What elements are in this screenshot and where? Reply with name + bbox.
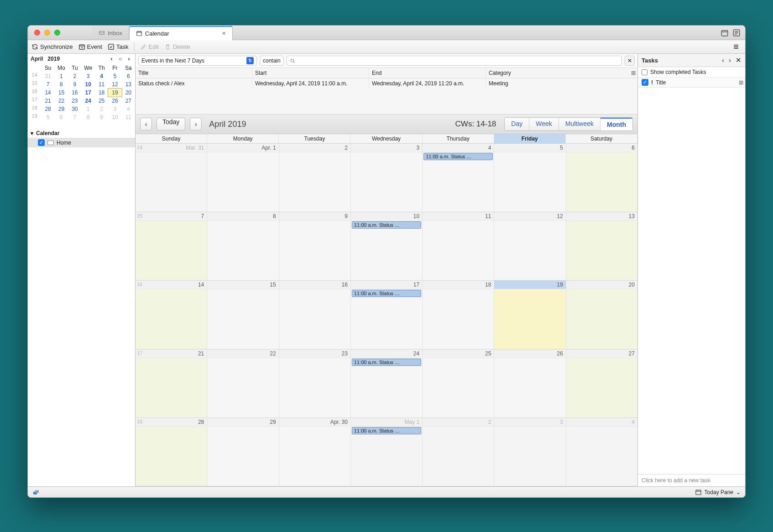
mini-prev-icon[interactable]: ‹: [108, 56, 115, 62]
mini-day[interactable]: 5: [108, 72, 121, 80]
day-cell[interactable]: 23: [279, 349, 351, 417]
day-cell[interactable]: 13: [566, 212, 637, 280]
mini-day[interactable]: 6: [55, 113, 68, 121]
mini-day[interactable]: 23: [68, 97, 81, 105]
day-cell[interactable]: 2411:00 a.m. Status …: [351, 349, 423, 417]
clear-filter-button[interactable]: ✕: [625, 56, 635, 66]
tab-inbox[interactable]: Inbox: [92, 26, 129, 40]
tasks-next-icon[interactable]: ›: [729, 56, 731, 64]
month-grid[interactable]: 14Mar. 31Apr. 123411:00 a.m. Status …561…: [136, 144, 637, 486]
day-cell[interactable]: 20: [566, 281, 637, 349]
mini-day[interactable]: 9: [95, 113, 108, 121]
zoom-window-button[interactable]: [54, 30, 60, 36]
mini-day[interactable]: 8: [55, 80, 68, 89]
day-cell[interactable]: 15: [207, 281, 279, 349]
day-cell[interactable]: Apr. 1: [207, 144, 279, 212]
mini-day[interactable]: 8: [82, 113, 95, 121]
mini-day[interactable]: 2: [68, 72, 81, 80]
column-picker-icon[interactable]: ▥: [631, 70, 636, 76]
mini-day[interactable]: 20: [122, 89, 135, 97]
day-cell[interactable]: 26: [494, 349, 566, 417]
edit-button[interactable]: Edit: [140, 43, 159, 50]
day-cell[interactable]: 6: [566, 144, 637, 212]
mini-day[interactable]: 11: [122, 113, 135, 121]
day-cell[interactable]: 16: [279, 281, 351, 349]
mini-day[interactable]: 5: [41, 113, 54, 121]
calendar-tree-header[interactable]: ▾ Calendar: [28, 129, 135, 138]
today-button[interactable]: Today: [157, 118, 185, 130]
mini-day[interactable]: 26: [108, 97, 121, 105]
today-pane-chevron-icon[interactable]: ⌄: [736, 489, 741, 495]
scope-select[interactable]: Events in the Next 7 Days ⇅: [138, 56, 257, 66]
tab-calendar[interactable]: Calendar ×: [129, 26, 233, 40]
show-completed-row[interactable]: Show completed Tasks: [638, 67, 745, 78]
event-chip[interactable]: 11:00 a.m. Status …: [352, 290, 421, 297]
mini-day[interactable]: 19: [108, 89, 121, 97]
view-day[interactable]: Day: [505, 118, 529, 130]
mini-day[interactable]: 15: [55, 89, 68, 97]
mini-day[interactable]: 21: [41, 97, 54, 105]
event-chip[interactable]: 11:00 a.m. Status …: [423, 153, 493, 160]
mini-day[interactable]: 31: [41, 72, 54, 80]
mini-day[interactable]: 18: [95, 89, 108, 97]
task-col-done-icon[interactable]: ✓: [642, 79, 648, 86]
mini-day[interactable]: 3: [82, 72, 95, 80]
event-chip[interactable]: 11:00 a.m. Status …: [352, 427, 421, 434]
event-chip[interactable]: 11:00 a.m. Status …: [352, 359, 421, 366]
mini-day[interactable]: 10: [82, 80, 95, 89]
mini-today-icon[interactable]: ○: [117, 56, 124, 62]
day-cell[interactable]: 29: [207, 418, 279, 486]
day-cell[interactable]: 2: [279, 144, 351, 212]
day-cell[interactable]: 14Mar. 31: [136, 144, 207, 212]
mini-day[interactable]: 9: [68, 80, 81, 89]
col-category[interactable]: Category: [486, 68, 637, 78]
col-end[interactable]: End: [369, 68, 486, 78]
mini-day[interactable]: 25: [95, 97, 108, 105]
search-input[interactable]: [287, 56, 622, 66]
day-cell[interactable]: 3: [351, 144, 423, 212]
show-completed-checkbox[interactable]: [642, 69, 648, 75]
mini-calendar-grid[interactable]: SuMoTuWeThFrSa14311234561578910111213161…: [28, 64, 135, 121]
day-cell[interactable]: 18: [423, 281, 494, 349]
add-task-input[interactable]: Click here to add a new task: [638, 474, 745, 486]
mini-day[interactable]: 1: [55, 72, 68, 80]
tasks-close-icon[interactable]: ✕: [736, 56, 742, 64]
calendar-toggle-icon[interactable]: [721, 29, 729, 37]
mini-day[interactable]: 17: [82, 89, 95, 97]
mini-day[interactable]: 13: [122, 80, 135, 89]
mini-day[interactable]: 3: [108, 105, 121, 113]
minimize-window-button[interactable]: [44, 30, 50, 36]
mini-next-icon[interactable]: ›: [125, 56, 132, 62]
day-cell[interactable]: 11: [423, 212, 494, 280]
day-cell[interactable]: 9: [279, 212, 351, 280]
mini-day[interactable]: 14: [41, 89, 54, 97]
prev-period-button[interactable]: ‹: [140, 118, 152, 130]
mini-day[interactable]: 1: [82, 105, 95, 113]
day-cell[interactable]: 157: [136, 212, 207, 280]
day-cell[interactable]: 1828: [136, 418, 207, 486]
calendar-item-checkbox[interactable]: ✓: [38, 139, 45, 146]
close-window-button[interactable]: [34, 30, 40, 36]
next-period-button[interactable]: ›: [190, 118, 202, 130]
day-cell[interactable]: 4: [566, 418, 637, 486]
mini-day[interactable]: 10: [108, 113, 121, 121]
mini-day[interactable]: 30: [68, 105, 81, 113]
tasks-toggle-icon[interactable]: [732, 29, 741, 37]
day-cell[interactable]: 411:00 a.m. Status …: [423, 144, 494, 212]
mini-day[interactable]: 22: [55, 97, 68, 105]
mini-day[interactable]: 27: [122, 97, 135, 105]
col-title[interactable]: Title: [136, 68, 252, 78]
mini-day[interactable]: 4: [95, 72, 108, 80]
day-cell[interactable]: 27: [566, 349, 637, 417]
mini-day[interactable]: 2: [95, 105, 108, 113]
day-cell[interactable]: 22: [207, 349, 279, 417]
day-cell[interactable]: 1721: [136, 349, 207, 417]
view-multiweek[interactable]: Multiweek: [559, 118, 601, 130]
mode-select[interactable]: contain: [260, 56, 284, 66]
day-cell[interactable]: 3: [494, 418, 566, 486]
task-col-priority-icon[interactable]: !: [651, 79, 653, 86]
day-cell[interactable]: 1011:00 a.m. Status …: [351, 212, 423, 280]
day-cell[interactable]: 25: [423, 349, 494, 417]
mini-day[interactable]: 29: [55, 105, 68, 113]
tasks-prev-icon[interactable]: ‹: [722, 56, 724, 64]
